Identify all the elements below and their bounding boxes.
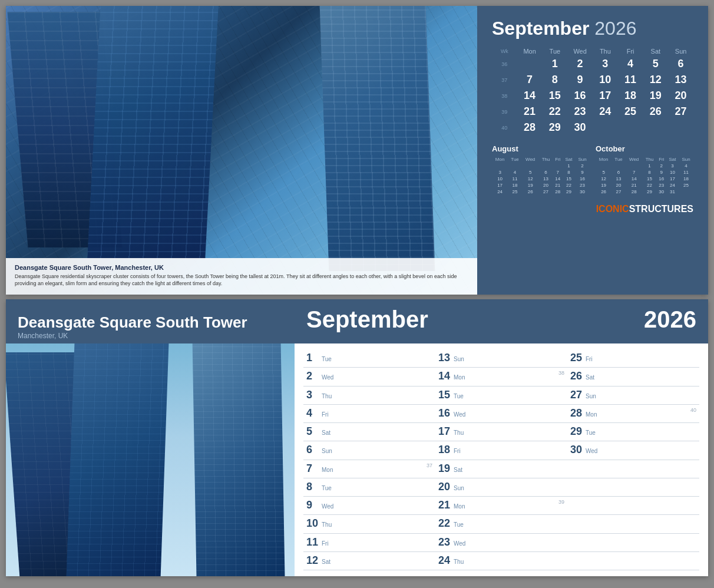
day-name: Sun [454,485,464,491]
mini-cal-day: 23 [575,182,590,189]
day-name: Fri [586,356,593,362]
caption-title: Deansgate Square South Tower, Manchester… [15,264,468,271]
calendar-day: 15 [543,88,568,104]
calendar-day: 5 [643,56,669,72]
day-item: 30Wed [567,441,699,460]
mini-cal-day: 2 [657,163,666,169]
day-number: 1 [306,352,319,364]
calendar-day: 13 [668,72,693,88]
mini-cal-day: 13 [611,176,626,182]
mini-cal-day: 6 [538,169,553,176]
day-item: 25Fri [567,349,699,368]
bottom-section: Deansgate Square South Tower Manchester,… [6,299,708,576]
day-name: Thu [322,521,332,528]
day-name: Sun [322,448,332,454]
day-name: Tue [586,430,596,436]
mini-cal-day: 18 [679,176,693,182]
mini-cal-day: 29 [563,189,575,195]
day-number: 21 [438,499,451,511]
calendar-day: 3 [593,56,618,72]
mini-oct-title: October [596,144,693,153]
calendar-area: September 2026 Wk Mon Tue Wed Thu Fri Sa… [477,6,708,295]
calendar-day: 8 [543,72,568,88]
day-name: Mon [586,411,597,418]
bottom-left-title: Deansgate Square South Tower Manchester,… [18,313,306,340]
calendar-day [517,56,543,72]
week-number: 36 [492,56,517,72]
day-item-empty [567,497,699,515]
calendar-day: 11 [618,72,643,88]
week-number: 40 [492,120,517,136]
mini-cal-day: 16 [575,176,590,182]
mini-cal-day: 13 [538,176,553,182]
day-name: Tue [322,485,332,491]
day-name: Thu [322,393,332,399]
day-name: Tue [454,393,464,399]
day-number: 11 [306,536,319,549]
day-number: 13 [438,352,451,364]
calendar-day: 4 [618,56,643,72]
calendar-day [593,120,618,136]
day-name: Thu [454,430,464,436]
day-number: 24 [438,554,451,567]
day-name: Wed [586,448,597,454]
mini-cal-day: 20 [538,182,553,189]
day-name: Sat [322,559,330,565]
mini-cal-day: 25 [508,189,522,195]
mini-cal-day: 20 [611,182,626,189]
bottom-year: 2026 [644,306,696,333]
day-name: Sun [586,393,596,399]
calendar-day: 6 [668,56,693,72]
mini-cal-day [611,163,626,169]
day-item: 20Sun [435,478,567,497]
mini-cal-day: 25 [679,182,693,189]
mini-cal-august: August Mon Tue Wed Thu Fri Sat Sun [492,144,590,195]
day-item: 4Fri [303,405,435,423]
mini-cal-day: 3 [492,169,508,176]
caption-text: Deansgate Square residential skyscraper … [15,273,468,288]
day-item-empty [567,478,699,497]
day-name: Mon [454,374,465,381]
calendar-day: 17 [593,88,618,104]
mini-cal-day: 5 [522,169,539,176]
day-number: 26 [570,370,583,382]
day-number: 15 [438,389,451,401]
mini-cal-day: 19 [596,182,611,189]
day-item: 1Tue [303,349,435,368]
day-number: 28 [570,407,583,419]
calendar-day: 20 [668,88,693,104]
day-number: 7 [306,463,319,475]
mini-cal-day: 4 [508,169,522,176]
day-item: 15Tue [435,387,567,405]
calendar-day: 23 [567,104,593,120]
day-name: Thu [454,559,464,565]
day-item: 19Sat [435,460,567,478]
day-number: 30 [570,444,583,456]
calendar-day: 24 [593,104,618,120]
photo-area: Deansgate Square South Tower, Manchester… [6,6,477,295]
day-name: Wed [454,540,465,547]
day-item: 12Sat [303,552,435,570]
bottom-title-main: Deansgate Square South Tower [18,313,306,332]
day-number: 12 [306,554,319,567]
mini-cal-day: 22 [642,182,656,189]
calendar-day: 18 [618,88,643,104]
day-number: 10 [306,517,319,530]
day-name: Mon [454,503,465,510]
day-name: Wed [322,374,333,381]
mini-calendars: August Mon Tue Wed Thu Fri Sat Sun [492,144,693,195]
mini-cal-day: 19 [522,182,539,189]
day-number: 17 [438,425,451,438]
week-number: 38 [492,88,517,104]
calendar-day: 30 [567,120,593,136]
col-wed: Wed [567,47,593,56]
day-item: 17Thu [435,423,567,441]
week-number: 39 [492,104,517,120]
mini-cal-day: 30 [575,189,590,195]
week-number-badge: 38 [558,370,564,376]
day-name: Sat [322,430,330,436]
day-item: 23Wed [435,534,567,552]
calendar-day: 26 [643,104,669,120]
bottom-content: 1Tue13Sun25Fri2Wed14Mon3826Sat3Thu15Tue2… [6,343,708,576]
mini-cal-day [508,163,522,169]
